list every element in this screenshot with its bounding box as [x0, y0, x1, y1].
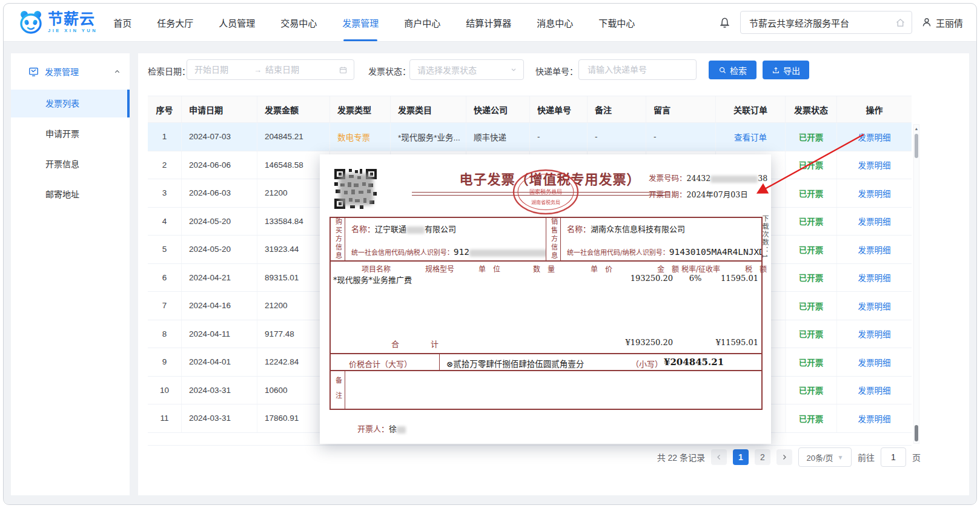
invoice-detail-link[interactable]: 发票明细 — [837, 264, 912, 292]
nav-item-8[interactable]: 下载中心 — [598, 4, 635, 41]
invoice-detail-link[interactable]: 发票明细 — [837, 320, 912, 348]
chevron-right-icon — [781, 454, 788, 461]
grand-small-label: （小写） — [631, 358, 663, 369]
goto-page-input[interactable] — [881, 447, 906, 467]
cell-date: 2024-04-21 — [182, 264, 257, 292]
sidebar-item-1[interactable]: 申请开票 — [11, 120, 130, 148]
invoice-number-line: 发票号码：2443238 — [649, 170, 767, 186]
invoice-status-select[interactable]: 请选择发票状态 — [409, 59, 524, 80]
nav-item-4[interactable]: 发票管理 — [342, 4, 379, 41]
invoice-number-prefix: 24432 — [687, 174, 711, 183]
start-date-input[interactable] — [193, 64, 251, 75]
status-badge: 已开票 — [786, 236, 837, 263]
column-header-tracking: 快递单号 — [530, 96, 588, 122]
filter-tracking-label: 快递单号： — [535, 65, 578, 77]
export-button[interactable]: 导出 — [763, 61, 809, 79]
seller-tax-id-label: 统一社会信用代码/纳税人识别号： — [567, 249, 669, 257]
invoice-detail-link[interactable]: 发票明细 — [837, 377, 912, 404]
sidebar-items: 发票列表申请开票开票信息邮寄地址 — [11, 90, 130, 208]
item-column-header-4: 单 价 — [591, 263, 612, 274]
platform-select[interactable]: 节薪云共享经济服务平台 — [740, 11, 912, 34]
invoice-meta: 发票号码：2443238 开票日期：2024年07月03日 — [649, 170, 767, 203]
home-icon — [895, 18, 906, 28]
invoice-detail-link[interactable]: 发票明细 — [837, 123, 912, 151]
invoice-date-label: 开票日期： — [649, 190, 687, 199]
invoice-detail-link[interactable]: 发票明细 — [837, 348, 912, 376]
buyer-info: 名称：辽宁联通有限公司 统一社会信用代码/纳税人识别号：912HXT — [345, 218, 546, 260]
logo[interactable]: 节薪云 JIE XIN YUN — [18, 9, 98, 36]
notification-bell-icon[interactable] — [718, 16, 732, 30]
invoice-detail-link[interactable]: 发票明细 — [837, 179, 912, 207]
column-header-date: 申请日期 — [182, 96, 257, 122]
invoice-detail-link[interactable]: 发票明细 — [837, 151, 912, 179]
record-count: 共 22 条记录 — [657, 451, 705, 463]
cell-seq: 6 — [148, 264, 182, 292]
scrollbar-thumb[interactable] — [915, 134, 918, 158]
cell-amount: 21200 — [257, 179, 330, 207]
pagination-prev-button[interactable] — [711, 449, 727, 465]
nav-item-7[interactable]: 消息中心 — [537, 4, 573, 41]
scroll-up-arrow-icon[interactable]: ▲ — [914, 127, 919, 131]
cell-date: 2024-06-06 — [182, 151, 257, 179]
nav-item-2[interactable]: 人员管理 — [219, 4, 255, 41]
end-date-input[interactable] — [264, 64, 322, 75]
cell-seq: 9 — [148, 348, 182, 376]
nav-item-6[interactable]: 结算计算器 — [466, 4, 511, 41]
qr-blur-patch — [339, 174, 373, 205]
nav-item-3[interactable]: 交易中心 — [280, 4, 317, 41]
column-header-status: 发票状态 — [786, 96, 837, 122]
filter-status-label: 发票状态： — [368, 65, 411, 77]
grand-total-row: 价税合计（大写） ⊗贰拾万零肆仟捌佰肆拾伍圆贰角壹分 （小写） ¥204845.… — [329, 354, 763, 371]
item-tax: 11595.01 — [721, 274, 758, 283]
cell-date: 2024-05-20 — [182, 208, 257, 236]
cell-message: - — [646, 123, 716, 151]
cell-remark: - — [588, 123, 646, 151]
table-row-1[interactable]: 12024-07-03204845.21数电专票*现代服务*业务...顺丰快递-… — [148, 123, 912, 151]
sidebar-item-3[interactable]: 邮寄地址 — [11, 180, 130, 208]
logo-text: 节薪云 JIE XIN YUN — [48, 12, 98, 33]
svg-text:湖南省税务局: 湖南省税务局 — [531, 199, 560, 205]
status-badge: 已开票 — [786, 179, 837, 207]
nav-item-0[interactable]: 首页 — [113, 4, 131, 41]
page-size-select[interactable]: 20条/页 ▼ — [798, 447, 852, 467]
pagination-next-button[interactable] — [776, 449, 792, 465]
platform-select-value: 节薪云共享经济服务平台 — [749, 16, 849, 29]
invoice-detail-link[interactable]: 发票明细 — [837, 404, 912, 432]
sidebar-item-2[interactable]: 开票信息 — [11, 150, 130, 178]
pagination-page-2[interactable]: 2 — [755, 449, 770, 465]
cell-seq: 11 — [148, 404, 182, 432]
column-header-action: 操作 — [837, 96, 912, 122]
issuer-label: 开票人： — [357, 424, 389, 434]
chevron-down-icon — [510, 66, 517, 73]
sidebar-group-invoice-management[interactable]: 发票管理 — [11, 53, 130, 87]
nav-item-1[interactable]: 任务大厅 — [157, 4, 193, 41]
invoice-date-line: 开票日期：2024年07月03日 — [649, 186, 767, 203]
cell-seq: 5 — [148, 236, 182, 263]
cloud-export-icon — [772, 66, 780, 74]
date-range-picker[interactable]: → — [187, 59, 354, 80]
cell-seq: 8 — [148, 320, 182, 348]
blur-patch — [469, 249, 546, 257]
pagination-page-1[interactable]: 1 — [733, 449, 749, 465]
column-header-seq: 序号 — [148, 96, 182, 122]
invoice-detail-link[interactable]: 发票明细 — [837, 236, 912, 263]
goto-label: 前往 — [858, 451, 875, 463]
item-column-header-0: 项目名称 — [362, 263, 391, 274]
nav-item-5[interactable]: 商户中心 — [404, 4, 440, 41]
table-scrollbar[interactable]: ▲ — [913, 124, 919, 444]
status-badge: 已开票 — [786, 123, 837, 151]
invoice-detail-link[interactable]: 发票明细 — [837, 292, 912, 320]
cell-date: 2024-03-31 — [182, 377, 257, 404]
search-icon — [718, 66, 727, 74]
cell-amount: 89315.01 — [257, 264, 330, 292]
user-menu[interactable]: 王丽倩 — [921, 16, 963, 29]
cell-date: 2024-04-01 — [182, 348, 257, 376]
tracking-number-box — [578, 59, 697, 80]
tracking-number-input[interactable] — [586, 64, 689, 75]
invoice-detail-link[interactable]: 发票明细 — [837, 208, 912, 236]
search-button[interactable]: 检索 — [709, 61, 757, 79]
scroll-down-button[interactable] — [915, 425, 918, 441]
sidebar-item-0[interactable]: 发票列表 — [11, 90, 130, 117]
view-order-link[interactable]: 查看订单 — [716, 123, 786, 151]
buyer-code-prefix: 912 — [454, 247, 469, 257]
